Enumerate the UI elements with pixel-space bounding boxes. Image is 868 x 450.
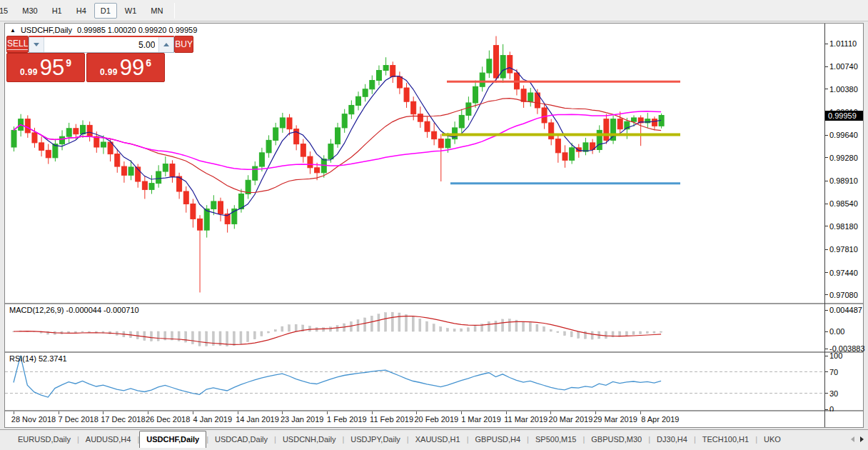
- axis-tick-mark: [825, 371, 828, 372]
- chart-tab-xauusd-h1[interactable]: XAUUSD,H1: [409, 431, 467, 448]
- tab-scroll-arrows: [848, 430, 868, 448]
- timeframe-button-M30[interactable]: M30: [16, 3, 44, 19]
- time-tick-mark: [372, 411, 373, 414]
- buy-button-label: BUY: [175, 39, 193, 49]
- triangle-down-icon: [34, 43, 39, 46]
- timeframe-button-H4[interactable]: H4: [70, 3, 93, 19]
- timeframe-button-MN[interactable]: MN: [144, 3, 169, 19]
- axis-tick-label: 30: [829, 389, 838, 399]
- timeframe-button-15[interactable]: 15: [0, 3, 14, 19]
- chart-tab-audusd-h4[interactable]: AUDUSD,H4: [79, 431, 138, 448]
- axis-tick-label: 1.00380: [829, 85, 858, 94]
- main-price-axis[interactable]: 1.011101.007401.003801.000100.996400.992…: [825, 24, 863, 303]
- chart-tab-tech100-h1[interactable]: TECH100,H1: [696, 431, 755, 448]
- chart-header: ▲ USDCHF,Daily 0.99985 1.00020 0.99920 0…: [10, 26, 197, 34]
- timeframe-button-H1[interactable]: H1: [46, 3, 69, 19]
- axis-tick-mark: [825, 181, 828, 181]
- axis-tick-mark: [825, 249, 828, 250]
- macd-axis[interactable]: 0.0044870.00-0.003883: [825, 304, 863, 351]
- axis-corner: [825, 411, 863, 427]
- time-axis[interactable]: 28 Nov 20187 Dec 201817 Dec 201826 Dec 2…: [5, 411, 824, 427]
- axis-tick-mark: [825, 294, 828, 295]
- chart-tab-bar: EURUSD,Daily|AUDUSD,H4|USDCHF,Daily|USDC…: [0, 429, 868, 448]
- date-label: 11 Feb 2019: [370, 415, 413, 424]
- axis-tick-mark: [825, 272, 828, 273]
- sell-price-pip-digit: 9: [66, 57, 71, 69]
- collapse-arrow-icon[interactable]: ▲: [10, 27, 16, 34]
- chart-tab-gbpusd-m30[interactable]: GBPUSD,M30: [585, 431, 648, 448]
- sell-button[interactable]: SELL: [6, 36, 29, 53]
- sell-price-button[interactable]: 0.99 95 9: [6, 53, 85, 82]
- chart-tab-usdjpy-daily[interactable]: USDJPY,Daily: [344, 431, 407, 448]
- date-label: 28 Nov 2018: [11, 415, 56, 424]
- time-tick-mark: [282, 411, 283, 414]
- axis-tick-mark: [825, 409, 828, 410]
- timeframe-button-D1[interactable]: D1: [94, 3, 117, 19]
- date-label: 1 Feb 2019: [327, 415, 367, 424]
- date-label: 8 Apr 2019: [641, 415, 679, 424]
- macd-pane[interactable]: MACD(12,26,9) -0.000044 -0.000710: [5, 304, 824, 351]
- date-label: 17 Dec 2018: [101, 415, 145, 424]
- chart-tab-usdcnh-daily[interactable]: USDCNH,Daily: [276, 431, 343, 448]
- time-tick-mark: [148, 411, 148, 414]
- buy-price-button[interactable]: 0.99 99 6: [86, 53, 165, 82]
- axis-tick-mark: [825, 349, 828, 349]
- chart-plots-column: ▲ USDCHF,Daily 0.99985 1.00020 0.99920 0…: [5, 24, 824, 427]
- volume-input[interactable]: [44, 37, 158, 52]
- axis-tick-mark: [825, 44, 828, 44]
- axis-tick-label: 1.01110: [829, 39, 857, 49]
- time-tick-mark: [59, 411, 59, 414]
- time-tick-mark: [416, 411, 417, 414]
- axis-tick-label: 0.99640: [829, 131, 858, 140]
- chart-window-usdchf: ▲ USDCHF,Daily 0.99985 1.00020 0.99920 0…: [4, 23, 864, 428]
- axis-tick-mark: [825, 393, 828, 394]
- price-axis-column[interactable]: 1.011101.007401.003801.000100.996400.992…: [824, 24, 863, 427]
- volume-spinner: [29, 36, 174, 53]
- axis-tick-label: 100: [829, 351, 842, 361]
- axis-tick-mark: [825, 135, 828, 136]
- one-click-trading-widget: SELL: [6, 36, 165, 82]
- date-label: 11 Mar 2019: [504, 415, 547, 424]
- axis-tick-mark: [825, 157, 828, 158]
- time-tick-mark: [193, 411, 193, 414]
- timeframe-button-W1[interactable]: W1: [118, 3, 143, 19]
- chart-tab-dj30-h4[interactable]: DJ30,H4: [650, 431, 694, 448]
- axis-tick-label: 70: [829, 368, 838, 377]
- rsi-pane[interactable]: RSI(14) 52.3741: [5, 353, 824, 410]
- date-label: 23 Jan 2019: [281, 415, 324, 424]
- axis-tick-label: 0.97440: [829, 269, 858, 278]
- chart-tab-gbpusd-h4[interactable]: GBPUSD,H4: [469, 431, 528, 448]
- chart-tab-eurusd-daily[interactable]: EURUSD,Daily: [11, 431, 77, 448]
- buy-button[interactable]: BUY: [174, 36, 193, 53]
- ohlc-values: 0.99985 1.00020 0.99920 0.99959: [77, 26, 197, 34]
- time-tick-mark: [461, 411, 462, 414]
- triangle-up-icon: [163, 43, 169, 46]
- axis-tick-label: 0.99280: [829, 154, 858, 163]
- sell-price-big-digits: 95: [40, 56, 64, 79]
- sell-price-prefix: 0.99: [20, 67, 38, 77]
- axis-tick-mark: [825, 226, 828, 226]
- chart-tab-uko[interactable]: UKO: [757, 431, 787, 448]
- date-label: 29 Mar 2019: [593, 415, 637, 424]
- volume-increase-button[interactable]: [158, 37, 173, 52]
- axis-tick-mark: [825, 356, 828, 356]
- chart-tab-usdcad-daily[interactable]: USDCAD,Daily: [208, 431, 274, 448]
- time-tick-mark: [238, 411, 238, 414]
- macd-histogram: [13, 312, 662, 346]
- current-price-marker: 0.99959: [825, 111, 863, 121]
- timeframe-toolbar: 15M30H1H4D1W1MN: [0, 0, 868, 21]
- rsi-axis[interactable]: 10070300: [825, 353, 863, 410]
- axis-tick-label: 0.98540: [829, 199, 858, 209]
- date-label: 20 Feb 2019: [414, 415, 458, 424]
- main-chart-pane[interactable]: ▲ USDCHF,Daily 0.99985 1.00020 0.99920 0…: [5, 24, 824, 303]
- axis-tick-label: 0.98910: [829, 176, 858, 186]
- mt4-terminal-window: 15M30H1H4D1W1MN ▲ USDCHF,Daily 0.99985 1…: [0, 0, 868, 450]
- date-label: 4 Jan 2019: [193, 415, 232, 424]
- scroll-right-arrow-icon[interactable]: [860, 436, 864, 442]
- date-label: 26 Dec 2018: [146, 415, 190, 424]
- chart-tab-sp500-m15[interactable]: SP500,M15: [529, 431, 582, 448]
- scroll-left-arrow-icon[interactable]: [851, 436, 854, 442]
- axis-tick-label: 0.98180: [829, 222, 858, 231]
- volume-decrease-button[interactable]: [29, 37, 44, 52]
- chart-tab-usdchf-daily[interactable]: USDCHF,Daily: [139, 431, 206, 449]
